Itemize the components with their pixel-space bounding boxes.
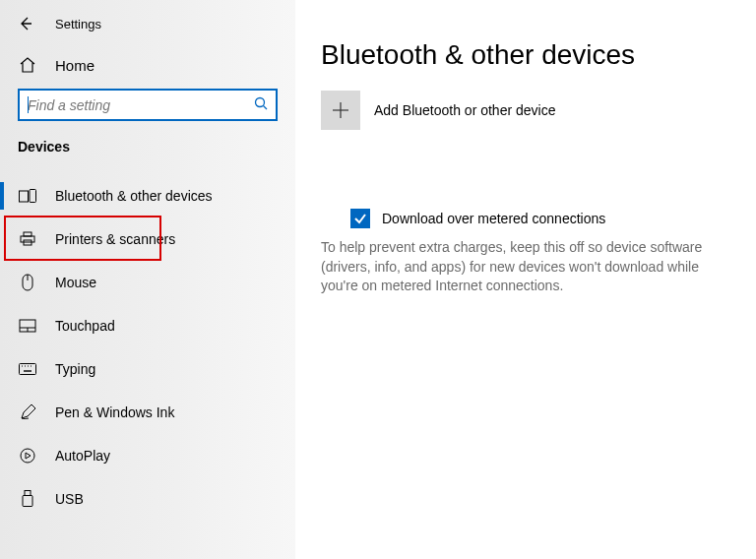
sidebar-item-home[interactable]: Home (0, 43, 295, 89)
back-button[interactable] (14, 12, 37, 35)
svg-point-0 (256, 98, 265, 107)
checkbox-checked[interactable] (350, 209, 370, 228)
home-icon (18, 55, 37, 75)
section-header: Devices (0, 139, 295, 174)
mouse-icon (18, 273, 37, 292)
svg-rect-19 (25, 491, 31, 496)
nav-label: Typing (55, 361, 95, 377)
svg-rect-2 (20, 191, 29, 202)
svg-rect-20 (23, 496, 32, 507)
text-cursor (28, 96, 29, 113)
metered-description: To help prevent extra charges, keep this… (321, 238, 726, 296)
search-input[interactable] (28, 97, 254, 113)
sidebar-item-typing[interactable]: Typing (0, 347, 295, 391)
svg-point-18 (21, 449, 34, 463)
touchpad-icon (18, 316, 37, 336)
nav-label: Mouse (55, 275, 96, 290)
checkmark-icon (353, 212, 367, 225)
sidebar-item-mouse[interactable]: Mouse (0, 261, 295, 304)
svg-rect-5 (21, 236, 34, 242)
sidebar-item-pen[interactable]: Pen & Windows Ink (0, 391, 295, 434)
titlebar: Settings (0, 8, 295, 43)
search-icon (254, 96, 268, 113)
svg-rect-3 (30, 190, 36, 203)
window-title: Settings (55, 17, 101, 31)
sidebar-item-bluetooth[interactable]: Bluetooth & other devices (0, 174, 295, 217)
printer-icon (18, 229, 37, 249)
back-arrow-icon (18, 16, 33, 31)
pen-icon (18, 403, 37, 422)
metered-checkbox-row[interactable]: Download over metered connections (350, 209, 726, 228)
sidebar-item-autoplay[interactable]: AutoPlay (0, 434, 295, 477)
svg-rect-12 (20, 364, 36, 375)
autoplay-icon (18, 446, 37, 466)
page-title: Bluetooth & other devices (321, 39, 726, 71)
sidebar-item-usb[interactable]: USB (0, 477, 295, 521)
metered-label: Download over metered connections (382, 211, 605, 226)
add-device-button[interactable]: Add Bluetooth or other device (321, 91, 726, 130)
sidebar: Settings Home Devices Bluetooth & other … (0, 0, 295, 559)
settings-window: Settings Home Devices Bluetooth & other … (0, 0, 756, 559)
svg-line-1 (264, 106, 268, 110)
nav-label: AutoPlay (55, 448, 110, 464)
nav-label: Pen & Windows Ink (55, 404, 174, 420)
keyboard-icon (18, 359, 37, 379)
usb-icon (18, 489, 37, 509)
devices-icon (18, 186, 37, 206)
nav-list: Bluetooth & other devices Printers & sca… (0, 174, 295, 521)
sidebar-item-touchpad[interactable]: Touchpad (0, 304, 295, 347)
add-device-label: Add Bluetooth or other device (374, 102, 555, 118)
svg-rect-4 (24, 232, 32, 236)
plus-icon (321, 91, 360, 130)
nav-label: Touchpad (55, 318, 115, 334)
home-label: Home (55, 57, 94, 74)
nav-label: Bluetooth & other devices (55, 188, 213, 204)
nav-label: USB (55, 491, 84, 507)
main-content: Bluetooth & other devices Add Bluetooth … (295, 0, 756, 559)
nav-label: Printers & scanners (55, 231, 175, 247)
search-input-container[interactable] (18, 89, 278, 121)
sidebar-item-printers[interactable]: Printers & scanners (0, 217, 295, 261)
